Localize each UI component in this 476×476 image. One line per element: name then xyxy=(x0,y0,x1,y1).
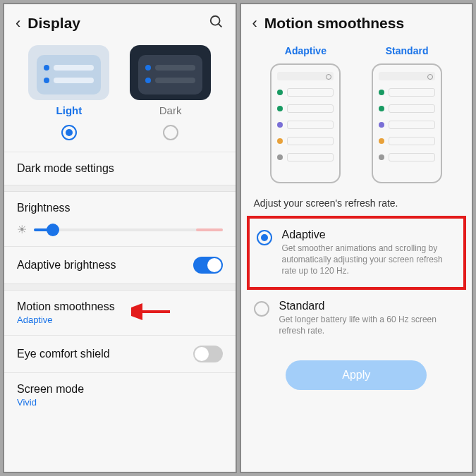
theme-selector: Light Dark xyxy=(4,38,236,119)
screen-mode-item[interactable]: Screen mode Vivid xyxy=(4,373,236,417)
theme-light-option[interactable]: Light xyxy=(28,45,109,116)
refresh-rate-illustration: Adaptive Standard xyxy=(241,38,472,188)
option-adaptive[interactable]: Adaptive Get smoother animations and scr… xyxy=(247,216,467,290)
brightness-label: Brightness xyxy=(17,202,71,214)
display-settings-screen: ‹ Display Light Dark xyxy=(3,3,237,473)
theme-dark-label: Dark xyxy=(130,104,211,116)
illus-adaptive-label: Adaptive xyxy=(270,45,341,56)
slider-thumb[interactable] xyxy=(47,224,59,236)
brightness-slider[interactable]: ☀ xyxy=(4,217,236,246)
eye-comfort-toggle[interactable] xyxy=(193,346,223,362)
option-standard-radio[interactable] xyxy=(254,301,269,317)
screen-mode-value: Vivid xyxy=(17,397,84,408)
phone-illustration-standard xyxy=(372,63,442,183)
theme-light-radio[interactable] xyxy=(61,125,77,140)
header: ‹ Display xyxy=(4,4,236,38)
theme-dark-option[interactable]: Dark xyxy=(130,45,211,116)
theme-light-label: Light xyxy=(28,104,109,116)
motion-smoothness-value: Adaptive xyxy=(17,315,115,325)
svg-line-1 xyxy=(218,24,221,28)
dark-mode-settings-label: Dark mode settings xyxy=(17,162,114,175)
theme-dark-preview xyxy=(130,45,211,100)
option-adaptive-radio[interactable] xyxy=(257,230,272,245)
page-title: Motion smoothness xyxy=(264,15,460,32)
apply-button[interactable]: Apply xyxy=(286,360,427,390)
adaptive-brightness-toggle[interactable] xyxy=(193,257,223,274)
slider-track[interactable] xyxy=(34,228,223,231)
option-adaptive-desc: Get smoother animations and scrolling by… xyxy=(282,243,457,277)
phone-illustration-adaptive xyxy=(270,63,341,183)
option-standard-title: Standard xyxy=(279,300,460,312)
annotation-arrow-icon xyxy=(131,303,173,324)
option-standard[interactable]: Standard Get longer battery life with a … xyxy=(241,290,472,346)
screen-mode-label: Screen mode xyxy=(17,383,84,396)
theme-light-preview xyxy=(28,45,109,100)
option-adaptive-title: Adaptive xyxy=(282,228,457,241)
back-icon[interactable]: ‹ xyxy=(16,14,20,32)
illus-standard-label: Standard xyxy=(372,45,442,56)
dark-mode-settings-item[interactable]: Dark mode settings xyxy=(4,152,236,185)
motion-smoothness-label: Motion smoothness xyxy=(17,300,115,313)
page-title: Display xyxy=(28,15,208,32)
motion-smoothness-item[interactable]: Motion smoothness Adaptive xyxy=(4,291,236,335)
adaptive-brightness-item[interactable]: Adaptive brightness xyxy=(4,247,236,283)
eye-comfort-label: Eye comfort shield xyxy=(17,348,110,360)
back-icon[interactable]: ‹ xyxy=(252,14,257,32)
eye-comfort-item[interactable]: Eye comfort shield xyxy=(4,336,236,372)
svg-point-0 xyxy=(210,16,219,25)
search-icon[interactable] xyxy=(209,14,224,32)
adaptive-brightness-label: Adaptive brightness xyxy=(17,259,116,271)
option-standard-desc: Get longer battery life with a 60 Hz scr… xyxy=(279,314,460,336)
header: ‹ Motion smoothness xyxy=(241,4,472,38)
subtitle-text: Adjust your screen's refresh rate. xyxy=(241,188,472,216)
brightness-section: Brightness xyxy=(4,192,236,217)
sun-icon: ☀ xyxy=(17,223,27,236)
theme-radio-row xyxy=(4,119,236,152)
theme-dark-radio[interactable] xyxy=(163,125,178,140)
motion-smoothness-screen: ‹ Motion smoothness Adaptive Standard xyxy=(240,3,474,473)
